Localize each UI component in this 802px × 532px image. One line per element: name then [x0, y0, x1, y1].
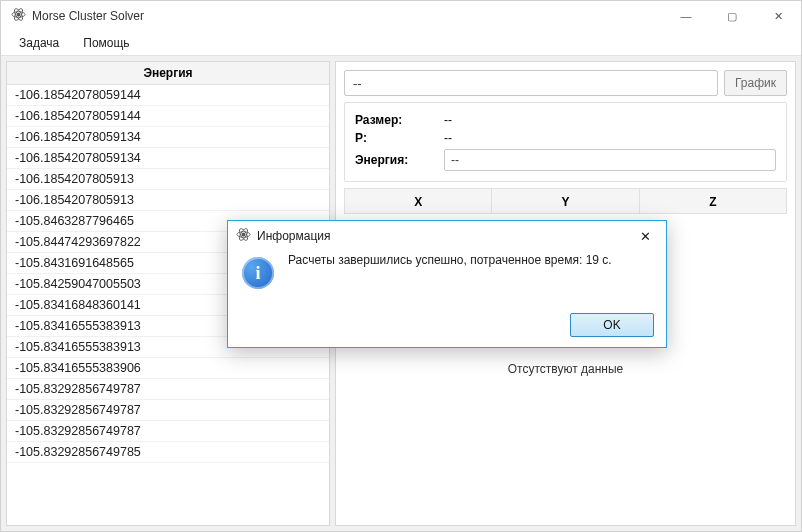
size-value: --	[444, 113, 452, 127]
dialog-app-icon	[236, 227, 251, 245]
energy-row[interactable]: -105.83292856749787	[7, 421, 329, 442]
selection-input[interactable]	[344, 70, 718, 96]
svg-point-0	[17, 13, 21, 17]
dialog-titlebar: Информация ✕	[228, 221, 666, 251]
ok-button[interactable]: OK	[570, 313, 654, 337]
dialog-message: Расчеты завершились успешно, потраченное…	[288, 253, 612, 267]
dialog-close-button[interactable]: ✕	[632, 223, 658, 249]
info-icon: i	[242, 257, 274, 289]
top-row: График	[344, 70, 787, 96]
close-button[interactable]: ✕	[755, 1, 801, 31]
size-label: Размер:	[355, 113, 430, 127]
energy-row[interactable]: -105.83292856749785	[7, 442, 329, 463]
energy-row[interactable]: -106.18542078059144	[7, 106, 329, 127]
energy-label: Энергия:	[355, 153, 430, 167]
window-title: Morse Cluster Solver	[32, 9, 663, 23]
energy-row[interactable]: -106.18542078059144	[7, 85, 329, 106]
energy-row[interactable]: -106.1854207805913	[7, 190, 329, 211]
energy-row[interactable]: -106.18542078059134	[7, 127, 329, 148]
menu-help[interactable]: Помощь	[77, 33, 135, 53]
energy-row[interactable]: -105.83416555383906	[7, 358, 329, 379]
col-x: X	[345, 189, 492, 213]
svg-point-4	[242, 233, 246, 237]
energy-row[interactable]: -106.18542078059134	[7, 148, 329, 169]
titlebar: Morse Cluster Solver — ▢ ✕	[1, 1, 801, 31]
energy-row[interactable]: -105.83292856749787	[7, 379, 329, 400]
col-y: Y	[492, 189, 639, 213]
energy-header: Энергия	[7, 62, 329, 85]
details-box: Размер: -- P: -- Энергия:	[344, 102, 787, 182]
dialog-footer: OK	[228, 307, 666, 347]
menu-task[interactable]: Задача	[13, 33, 65, 53]
minimize-button[interactable]: —	[663, 1, 709, 31]
graph-button[interactable]: График	[724, 70, 787, 96]
energy-field[interactable]	[444, 149, 776, 171]
main-window: Morse Cluster Solver — ▢ ✕ Задача Помощь…	[0, 0, 802, 532]
p-value: --	[444, 131, 452, 145]
menubar: Задача Помощь	[1, 31, 801, 56]
window-buttons: — ▢ ✕	[663, 1, 801, 31]
dialog-body: i Расчеты завершились успешно, потраченн…	[228, 251, 666, 307]
app-icon	[11, 7, 26, 25]
coord-table-header: X Y Z	[344, 188, 787, 214]
energy-row[interactable]: -106.1854207805913	[7, 169, 329, 190]
col-z: Z	[640, 189, 786, 213]
info-dialog: Информация ✕ i Расчеты завершились успеш…	[227, 220, 667, 348]
p-label: P:	[355, 131, 430, 145]
energy-row[interactable]: -105.83292856749787	[7, 400, 329, 421]
maximize-button[interactable]: ▢	[709, 1, 755, 31]
dialog-title: Информация	[257, 229, 632, 243]
